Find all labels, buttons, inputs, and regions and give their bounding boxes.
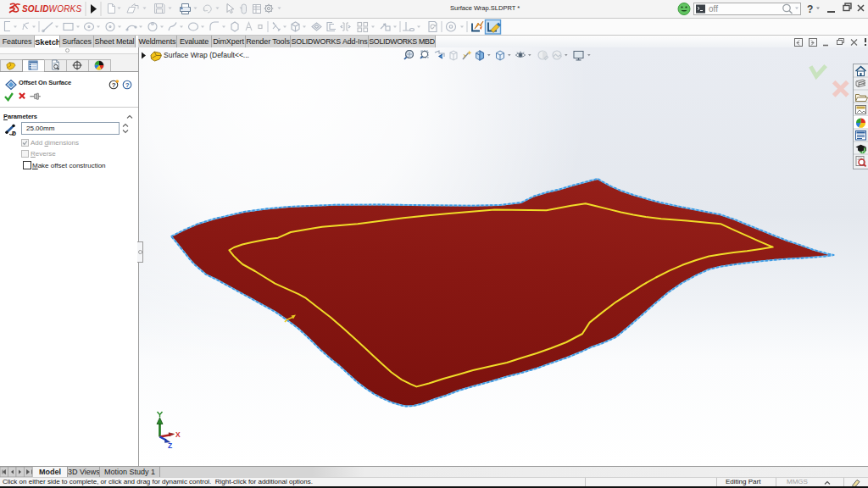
svg-text:Z: Z bbox=[168, 441, 172, 449]
svg-text:?: ? bbox=[125, 81, 130, 89]
svg-text:SOLIDWORKS: SOLIDWORKS bbox=[22, 4, 81, 14]
svg-text:X: X bbox=[175, 430, 181, 439]
svg-text:off: off bbox=[709, 4, 718, 14]
svg-text:?: ? bbox=[807, 3, 813, 15]
svg-text:Surface Wrap (Default<<...: Surface Wrap (Default<<... bbox=[164, 51, 249, 59]
svg-text:?: ? bbox=[112, 81, 116, 89]
svg-text:D: D bbox=[12, 130, 16, 136]
